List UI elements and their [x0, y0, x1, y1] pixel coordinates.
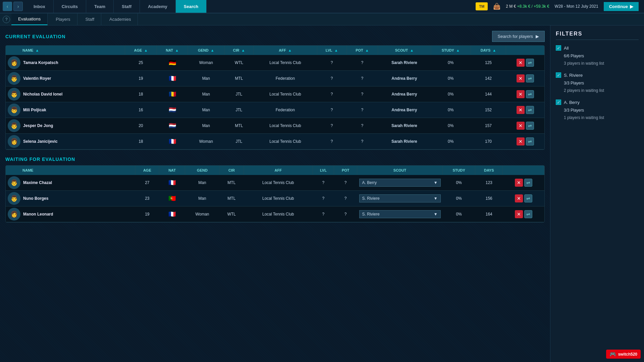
col-days[interactable]: DAYS ▲	[471, 46, 506, 55]
player-aff: Local Tennis Club	[254, 86, 317, 102]
col-cir[interactable]: CIR ▲	[224, 46, 254, 55]
col-gend[interactable]: GEND ▲	[188, 46, 225, 55]
tab-inbox[interactable]: Inbox	[25, 0, 54, 13]
remove-player-button[interactable]: ✕	[517, 106, 525, 114]
player-cir: MTL	[224, 71, 254, 86]
move-player-button[interactable]: ⇌	[526, 137, 534, 145]
remove-waiting-button[interactable]: ✕	[515, 194, 523, 202]
player-lvl: ?	[313, 191, 334, 206]
search-players-button[interactable]: Search for players ▶	[492, 31, 545, 42]
player-pot: ?	[346, 86, 378, 102]
back-arrow[interactable]: ‹	[3, 2, 12, 11]
table-row: 👨 Maxime Chazal 27 🇫🇷 Man MTL Local Tenn…	[6, 175, 544, 191]
sub-tab-players[interactable]: Players	[49, 13, 77, 25]
main-layout: CURRENT EVALUATION Search for players ▶ …	[0, 25, 644, 362]
scout-filter-checkbox[interactable]: ✓ A. Berry	[556, 100, 639, 105]
move-waiting-button[interactable]: ⇌	[524, 179, 532, 187]
sub-tab-evaluations[interactable]: Evaluations	[11, 13, 48, 25]
player-cir: JTL	[224, 134, 254, 149]
player-days: 156	[475, 191, 503, 206]
help-icon[interactable]: ?	[3, 16, 10, 23]
scout-checkbox[interactable]: ✓	[556, 100, 561, 105]
player-age: 20	[125, 118, 157, 134]
remove-player-button[interactable]: ✕	[517, 74, 525, 82]
player-actions: ✕ ⇌	[503, 175, 544, 191]
col-scout[interactable]: SCOUT ▲	[378, 46, 431, 55]
player-days: 152	[471, 102, 506, 118]
player-gender: Man	[188, 71, 225, 86]
remove-waiting-button[interactable]: ✕	[515, 179, 523, 187]
player-study: 0%	[431, 71, 471, 86]
remove-player-button[interactable]: ✕	[517, 59, 525, 67]
player-aff: Local Tennis Club	[244, 191, 313, 206]
player-gender: Man	[185, 175, 220, 191]
player-study: 0%	[431, 118, 471, 134]
remove-player-button[interactable]: ✕	[517, 90, 525, 98]
player-scout[interactable]: S. Riviere ▼	[357, 206, 443, 222]
player-scout[interactable]: S. Riviere ▼	[357, 191, 443, 206]
remove-waiting-button[interactable]: ✕	[515, 210, 523, 218]
scout-dropdown[interactable]: S. Riviere ▼	[359, 194, 441, 202]
move-player-button[interactable]: ⇌	[526, 106, 534, 114]
filter-all-checkbox[interactable]: ✓ All	[556, 45, 639, 51]
dropdown-arrow-icon: ▼	[434, 212, 438, 217]
player-nat: 🇳🇱	[157, 102, 188, 118]
scout-dropdown[interactable]: A. Berry ▼	[359, 179, 441, 187]
tab-staff[interactable]: Staff	[114, 0, 140, 13]
move-player-button[interactable]: ⇌	[526, 90, 534, 98]
player-aff: Local Tennis Club	[254, 134, 317, 149]
player-name: Nicholas David Ionel	[23, 92, 62, 97]
scout-checkbox[interactable]: ✓	[556, 72, 561, 78]
tab-circuits[interactable]: Circuits	[54, 0, 86, 13]
col-nat[interactable]: NAT ▲	[157, 46, 188, 55]
col-aff[interactable]: AFF ▲	[254, 46, 317, 55]
col-age[interactable]: AGE ▲	[125, 46, 157, 55]
move-player-button[interactable]: ⇌	[526, 74, 534, 82]
move-waiting-button[interactable]: ⇌	[524, 194, 532, 202]
move-player-button[interactable]: ⇌	[526, 122, 534, 130]
player-name: Jesper De Jong	[23, 123, 53, 128]
player-avatar: 👨	[8, 176, 20, 189]
all-checkbox[interactable]: ✓	[556, 45, 561, 51]
player-days: 144	[471, 86, 506, 102]
sub-tab-academies[interactable]: Academies	[103, 13, 138, 25]
waiting-col-study: STUDY	[443, 166, 475, 175]
player-pot: ?	[346, 71, 378, 86]
tab-search[interactable]: Search	[176, 0, 207, 13]
move-player-button[interactable]: ⇌	[526, 59, 534, 67]
money-display: 2 M € +8.3k € / +59.3k €	[506, 4, 549, 9]
player-age: 27	[135, 175, 159, 191]
nav-right-info: TM 👜 2 M € +8.3k € / +59.3k € W28 - Mon …	[470, 2, 644, 11]
waiting-eval-table-wrapper: NAME AGE NAT GEND CIR AFF LVL POT SCOUT …	[5, 165, 545, 223]
top-navigation: ‹ › Inbox Circuits Team Staff Academy Se…	[0, 0, 644, 13]
dropdown-arrow-icon: ▼	[434, 180, 438, 185]
player-avatar: 👩	[8, 135, 20, 148]
scout-dropdown-value: A. Berry	[362, 180, 377, 185]
forward-arrow[interactable]: ›	[13, 2, 23, 11]
sub-tab-staff[interactable]: Staff	[79, 13, 102, 25]
col-study[interactable]: STUDY ▲	[431, 46, 471, 55]
nintendo-label: switch520	[618, 352, 637, 357]
player-scout: Sarah Riviere	[378, 134, 431, 149]
current-eval-title: CURRENT EVALUATION	[5, 34, 65, 39]
tab-academy[interactable]: Academy	[140, 0, 176, 13]
col-pot[interactable]: POT ▲	[346, 46, 378, 55]
scout-dropdown[interactable]: S. Riviere ▼	[359, 210, 441, 218]
player-nat: 🇫🇷	[159, 175, 185, 191]
player-name: Valentin Royer	[23, 76, 51, 81]
player-lvl: ?	[317, 71, 346, 86]
remove-player-button[interactable]: ✕	[517, 137, 525, 145]
scout-filter-checkbox[interactable]: ✓ S. Riviere	[556, 72, 639, 78]
player-aff: Local Tennis Club	[244, 175, 313, 191]
player-study: 0%	[431, 86, 471, 102]
move-waiting-button[interactable]: ⇌	[524, 210, 532, 218]
tab-team[interactable]: Team	[86, 0, 114, 13]
scout-dropdown-value: S. Riviere	[362, 212, 380, 217]
player-avatar: 👩	[8, 208, 20, 221]
remove-player-button[interactable]: ✕	[517, 122, 525, 130]
player-scout[interactable]: A. Berry ▼	[357, 175, 443, 191]
col-lvl[interactable]: LVL ▲	[317, 46, 346, 55]
player-cir: MTL	[219, 175, 244, 191]
continue-button[interactable]: Continue ▶	[604, 2, 639, 11]
col-name[interactable]: NAME ▲	[6, 46, 125, 55]
